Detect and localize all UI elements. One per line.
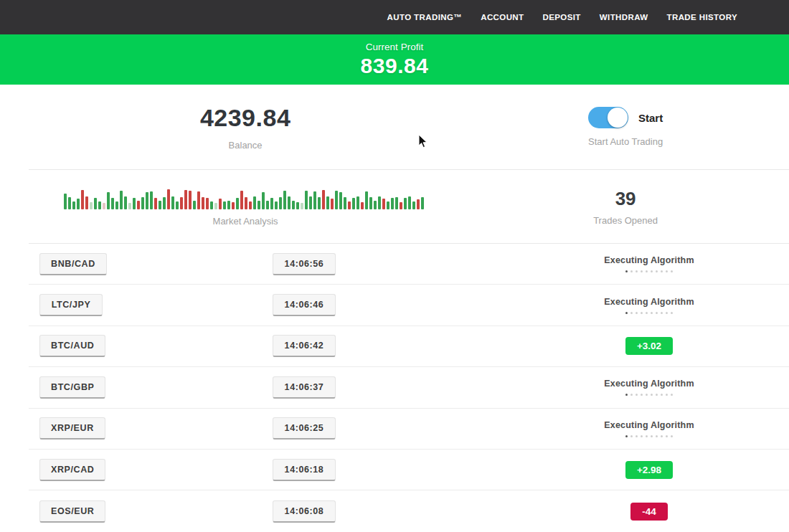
auto-trading-label: Start Auto Trading <box>588 136 663 147</box>
profit-badge: + 3.02 <box>625 337 673 355</box>
pair-badge: EOS/EUR <box>39 500 105 523</box>
time-badge: 14:06:25 <box>273 417 336 440</box>
result-value: 44 <box>646 506 656 517</box>
time-badge: 14:06:18 <box>273 459 336 481</box>
table-row: XRP/EUR 14:06:25 Executing Algorithm <box>29 409 789 450</box>
executing-algorithm-label: Executing Algorithm <box>604 255 694 265</box>
auto-trading-toggle[interactable] <box>588 107 628 128</box>
loss-badge: - 44 <box>630 503 668 521</box>
market-section: Market Analysis 39 Trades Opened <box>29 170 789 244</box>
result-sign: + <box>637 341 643 351</box>
nav-item-withdraw[interactable]: WITHDRAW <box>600 13 648 22</box>
table-row: BTC/AUD 14:06:42 + 3.02 <box>29 326 789 367</box>
pair-badge: XRP/CAD <box>39 459 105 481</box>
table-row: BNB/CAD 14:06:56 Executing Algorithm <box>29 244 789 285</box>
progress-dots-icon <box>625 435 673 437</box>
trades-opened-label: Trades Opened <box>593 215 658 226</box>
progress-dots-icon <box>625 312 673 314</box>
executing-algorithm-label: Executing Algorithm <box>604 379 694 389</box>
table-row: XRP/CAD 14:06:18 + 2.98 <box>29 450 789 490</box>
top-navigation: AUTO TRADING™ ACCOUNT DEPOSIT WITHDRAW T… <box>0 0 789 34</box>
progress-dots-icon <box>625 394 673 396</box>
nav-item-auto-trading[interactable]: AUTO TRADING™ <box>387 13 463 22</box>
nav-item-deposit[interactable]: DEPOSIT <box>543 13 581 22</box>
pair-badge: BNB/CAD <box>39 253 107 275</box>
nav-item-trade-history[interactable]: TRADE HISTORY <box>667 13 738 22</box>
table-row: LTC/JPY 14:06:46 Executing Algorithm <box>29 285 789 326</box>
result-value: 3.02 <box>643 341 661 351</box>
profit-badge: + 2.98 <box>625 461 673 479</box>
result-value: 2.98 <box>643 465 661 475</box>
toggle-knob-icon <box>608 108 628 128</box>
time-badge: 14:06:37 <box>273 376 336 399</box>
current-profit-value: 839.84 <box>361 54 429 78</box>
trades-list: BNB/CAD 14:06:56 Executing Algorithm LTC… <box>29 244 789 532</box>
executing-algorithm-label: Executing Algorithm <box>604 297 694 307</box>
time-badge: 14:06:46 <box>273 294 336 316</box>
pair-badge: BTC/AUD <box>39 335 105 357</box>
pair-badge: LTC/JPY <box>39 294 103 316</box>
executing-algorithm-label: Executing Algorithm <box>604 420 694 430</box>
balance-cell: 4239.84 Balance <box>29 85 462 169</box>
table-row: BTC/GBP 14:06:37 Executing Algorithm <box>29 367 789 408</box>
market-analysis-chart <box>64 186 427 209</box>
market-analysis-cell: Market Analysis <box>29 170 462 243</box>
table-row: EOS/EUR 14:06:08 - 44 <box>29 490 789 531</box>
pair-badge: XRP/EUR <box>39 417 105 440</box>
trades-opened-cell: 39 Trades Opened <box>462 170 789 243</box>
pair-badge: BTC/GBP <box>39 376 105 399</box>
balance-label: Balance <box>229 140 263 151</box>
result-sign: + <box>637 465 643 475</box>
toggle-state-label: Start <box>638 112 663 124</box>
time-badge: 14:06:08 <box>273 500 336 523</box>
time-badge: 14:06:42 <box>273 335 336 357</box>
nav-item-account[interactable]: ACCOUNT <box>481 13 524 22</box>
progress-dots-icon <box>625 270 673 272</box>
balance-section: 4239.84 Balance Start Start Auto Trading <box>29 85 789 170</box>
market-analysis-label: Market Analysis <box>213 216 278 227</box>
trades-opened-value: 39 <box>615 188 636 210</box>
balance-value: 4239.84 <box>200 104 290 132</box>
time-badge: 14:06:56 <box>273 253 336 275</box>
current-profit-label: Current Profit <box>366 42 423 52</box>
auto-trading-cell: Start Start Auto Trading <box>462 85 789 169</box>
current-profit-banner: Current Profit 839.84 <box>0 34 789 85</box>
